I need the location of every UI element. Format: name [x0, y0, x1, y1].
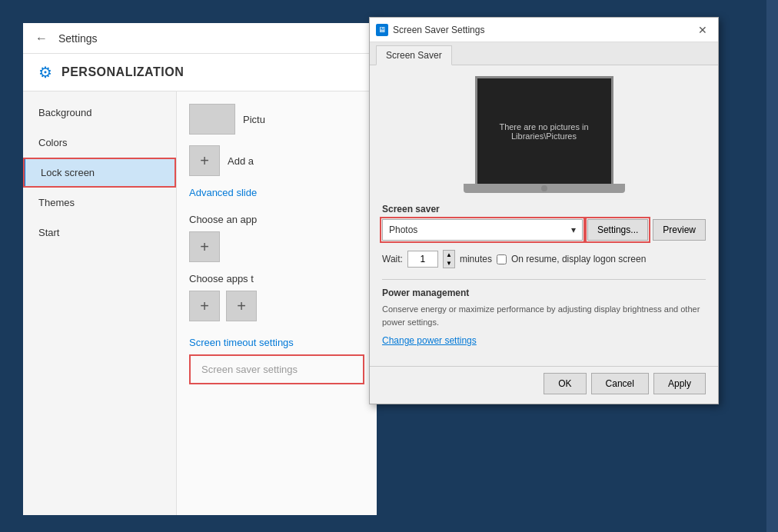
apply-button[interactable]: Apply	[653, 373, 706, 394]
settings-content: Pictu + Add a Advanced slide Choose an a…	[177, 91, 377, 515]
screensaver-preview-button[interactable]: Preview	[653, 219, 706, 241]
dialog-title: Screen Saver Settings	[393, 25, 689, 35]
preview-text: There are no pictures in Libraries\Pictu…	[477, 116, 611, 147]
dialog-footer: OK Cancel Apply	[370, 366, 718, 404]
tab-screensaver[interactable]: Screen Saver	[376, 45, 452, 65]
picture-row: Pictu	[189, 104, 364, 135]
minutes-label: minutes	[460, 254, 492, 264]
add-row: + Add a	[189, 145, 364, 176]
wait-increment-button[interactable]: ▲	[444, 251, 454, 259]
sidebar-item-background[interactable]: Background	[23, 98, 176, 128]
preview-container: There are no pictures in Libraries\Pictu…	[382, 76, 706, 193]
settings-window: ← Settings ⚙ PERSONALIZATION Background …	[23, 23, 377, 515]
gear-icon: ⚙	[38, 63, 52, 81]
screen-saver-settings-box[interactable]: Screen saver settings	[189, 354, 364, 384]
dialog-close-button[interactable]: ✕	[693, 21, 712, 39]
power-description: Conserve energy or maximize performance …	[382, 303, 706, 328]
chevron-down-icon: ▾	[571, 224, 576, 235]
picture-label: Pictu	[243, 114, 265, 125]
sidebar-item-colors[interactable]: Colors	[23, 128, 176, 158]
choose-apps-button-2[interactable]: +	[226, 291, 257, 321]
monitor-icon: 🖥	[378, 25, 386, 34]
power-section: Power management Conserve energy or maxi…	[382, 279, 706, 346]
logon-label: On resume, display logon screen	[511, 254, 646, 264]
screensaver-dialog: 🖥 Screen Saver Settings ✕ Screen Saver T…	[369, 17, 719, 404]
ok-button[interactable]: OK	[544, 373, 586, 394]
choose-apps-label: Choose apps t	[189, 273, 364, 284]
dialog-app-icon: 🖥	[376, 24, 388, 36]
choose-apps-row: + +	[189, 291, 364, 321]
wait-input[interactable]	[407, 251, 438, 268]
screensaver-dropdown[interactable]: Photos ▾	[382, 219, 583, 241]
wait-spinners: ▲ ▼	[443, 250, 455, 268]
screensaver-controls-row: Photos ▾ Settings... Preview	[382, 219, 706, 241]
dialog-tabs: Screen Saver	[370, 42, 718, 65]
wait-row: Wait: ▲ ▼ minutes On resume, display log…	[382, 250, 706, 268]
dialog-body: There are no pictures in Libraries\Pictu…	[370, 65, 718, 366]
screen-stand	[541, 185, 547, 191]
preview-screen: There are no pictures in Libraries\Pictu…	[475, 76, 613, 184]
wait-decrement-button[interactable]: ▼	[444, 259, 454, 268]
add-picture-button[interactable]: +	[189, 145, 220, 176]
choose-app-button[interactable]: +	[189, 231, 220, 262]
settings-titlebar: ← Settings	[23, 23, 377, 54]
scrollbar-area[interactable]	[766, 0, 778, 532]
sidebar-item-themes[interactable]: Themes	[23, 188, 176, 218]
add-label: Add a	[228, 155, 254, 167]
sidebar-item-start[interactable]: Start	[23, 218, 176, 248]
power-title: Power management	[382, 288, 706, 298]
screen-timeout-link[interactable]: Screen timeout settings	[189, 337, 364, 348]
screensaver-settings-button[interactable]: Settings...	[587, 219, 648, 241]
cancel-button[interactable]: Cancel	[591, 373, 649, 394]
dropdown-value: Photos	[389, 224, 417, 235]
back-button[interactable]: ←	[31, 28, 52, 49]
choose-app-section: Choose an app +	[189, 214, 364, 262]
dialog-titlebar: 🖥 Screen Saver Settings ✕	[370, 18, 718, 42]
screen-wrapper: There are no pictures in Libraries\Pictu…	[464, 76, 625, 193]
choose-apps-section: Choose apps t + +	[189, 273, 364, 321]
screen-base	[464, 184, 625, 193]
choose-apps-button-1[interactable]: +	[189, 291, 220, 321]
screensaver-section-label: Screen saver	[382, 204, 706, 214]
section-title: PERSONALIZATION	[62, 65, 184, 79]
change-power-settings-link[interactable]: Change power settings	[382, 335, 477, 346]
wait-label: Wait:	[382, 254, 403, 264]
settings-header: ⚙ PERSONALIZATION	[23, 54, 377, 91]
advanced-slideshow-link[interactable]: Advanced slide	[189, 187, 364, 198]
choose-app-label: Choose an app	[189, 214, 364, 225]
settings-title-text: Settings	[58, 32, 98, 45]
picture-preview	[189, 104, 235, 135]
settings-sidebar: Background Colors Lock screen Themes Sta…	[23, 91, 177, 515]
sidebar-item-lockscreen[interactable]: Lock screen	[23, 158, 176, 188]
logon-checkbox[interactable]	[497, 254, 507, 264]
settings-body: Background Colors Lock screen Themes Sta…	[23, 91, 377, 515]
left-sidebar-bg	[0, 0, 23, 532]
